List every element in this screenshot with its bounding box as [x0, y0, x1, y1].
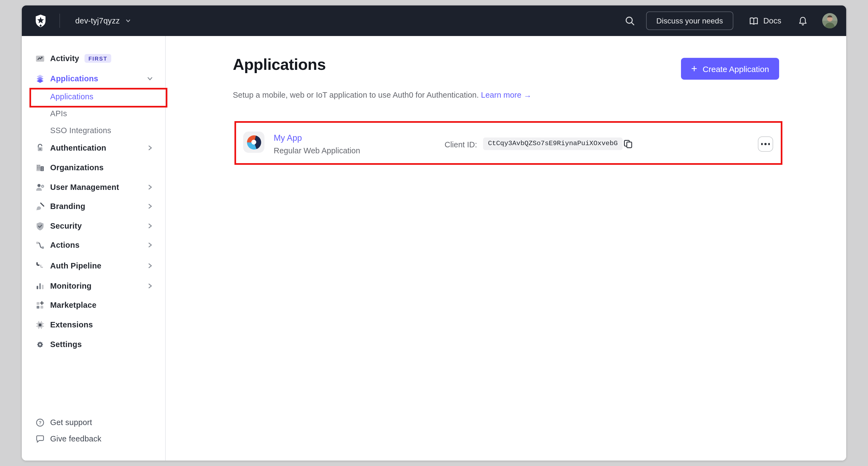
dot	[761, 143, 763, 145]
avatar-photo	[822, 13, 837, 28]
docs-label: Docs	[763, 17, 781, 25]
application-name-link[interactable]: My App	[274, 133, 302, 143]
sidebar-subitem-applications[interactable]: Applications	[22, 89, 165, 104]
subtitle-text: Setup a mobile, web or IoT application t…	[233, 91, 479, 99]
sidebar-item-security[interactable]: Security	[22, 218, 165, 234]
sidebar-item-extensions[interactable]: Extensions	[22, 317, 165, 332]
create-application-button[interactable]: + Create Application	[681, 58, 779, 80]
sidebar-subitem-apis[interactable]: APIs	[22, 106, 165, 121]
sidebar-item-label: Extensions	[50, 320, 93, 329]
donut-logo-icon	[247, 135, 261, 149]
sidebar-subitem-label: SSO Integrations	[50, 126, 111, 135]
gear-icon	[35, 339, 45, 349]
topbar: dev-tyj7qyzz Discuss your needs	[22, 5, 846, 36]
chevron-down-icon	[146, 75, 154, 82]
sidebar-item-label: Organizations	[50, 163, 103, 172]
chip-icon	[35, 319, 45, 330]
page-subtitle: Setup a mobile, web or IoT application t…	[233, 91, 532, 99]
page-title: Applications	[233, 56, 326, 74]
grid-plus-icon	[35, 300, 45, 310]
sidebar-item-label: Settings	[50, 340, 82, 349]
sidebar-item-organizations[interactable]: Organizations	[22, 160, 165, 175]
sidebar-item-applications[interactable]: Applications	[22, 71, 165, 86]
book-icon	[749, 16, 759, 26]
first-badge: FIRST	[85, 54, 111, 63]
bell-icon	[798, 16, 808, 26]
sidebar: Activity FIRST Applications	[22, 36, 166, 461]
sidebar-item-label: Authentication	[50, 144, 106, 152]
sidebar-item-branding[interactable]: Branding	[22, 199, 165, 214]
auth0-logo-icon[interactable]	[34, 13, 48, 28]
notifications-button[interactable]	[798, 16, 808, 26]
sidebar-subitem-label: Applications	[50, 92, 94, 101]
chevron-right-icon	[146, 262, 154, 269]
client-id-label: Client ID:	[406, 140, 477, 149]
sidebar-item-label: User Management	[50, 183, 119, 192]
sidebar-item-give-feedback[interactable]: Give feedback	[22, 431, 165, 446]
dot	[765, 143, 767, 145]
sidebar-subitem-sso-integrations[interactable]: SSO Integrations	[22, 123, 165, 138]
topbar-divider	[59, 13, 60, 28]
topbar-right: Discuss your needs Docs	[624, 11, 837, 30]
sidebar-item-label: Monitoring	[50, 282, 92, 290]
paintbrush-icon	[35, 201, 45, 211]
shell: Activity FIRST Applications	[22, 36, 846, 461]
pipeline-icon	[35, 261, 45, 271]
sidebar-item-label: Activity	[50, 54, 79, 63]
client-id-value: CtCqy3AvbQZSo7sE9RiynaPuiXOxvebG	[483, 138, 623, 150]
sidebar-item-label: Branding	[50, 202, 85, 211]
chevron-right-icon	[146, 282, 154, 290]
copy-icon	[623, 139, 633, 149]
layers-icon	[35, 74, 45, 84]
application-logo	[243, 132, 265, 153]
building-icon	[35, 162, 45, 173]
plus-icon: +	[691, 63, 697, 74]
create-application-label: Create Application	[703, 64, 769, 74]
screenshot-stage: dev-tyj7qyzz Discuss your needs	[0, 0, 868, 466]
sidebar-item-activity[interactable]: Activity FIRST	[22, 51, 165, 66]
chevron-down-icon	[125, 18, 131, 24]
bar-chart-icon	[35, 281, 45, 291]
speech-bubble-icon	[35, 434, 45, 444]
search-button[interactable]	[624, 15, 635, 26]
user-avatar[interactable]	[822, 13, 837, 28]
chevron-right-icon	[146, 183, 154, 191]
application-type: Regular Web Application	[274, 146, 360, 155]
sidebar-item-actions[interactable]: Actions	[22, 237, 165, 253]
sidebar-item-monitoring[interactable]: Monitoring	[22, 278, 165, 294]
svg-text:?: ?	[39, 420, 41, 425]
sidebar-item-label: Marketplace	[50, 301, 96, 310]
discuss-your-needs-button[interactable]: Discuss your needs	[646, 11, 733, 30]
shield-check-icon	[35, 221, 45, 231]
sidebar-item-marketplace[interactable]: Marketplace	[22, 297, 165, 313]
flow-icon	[35, 240, 45, 250]
docs-link[interactable]: Docs	[749, 16, 781, 26]
dot	[768, 143, 770, 145]
user-gear-icon	[35, 182, 45, 192]
sidebar-item-settings[interactable]: Settings	[22, 337, 165, 352]
learn-more-link[interactable]: Learn more →	[481, 91, 531, 99]
application-menu-button[interactable]	[758, 137, 773, 152]
sidebar-item-label: Actions	[50, 241, 80, 250]
sidebar-item-authentication[interactable]: Authentication	[22, 140, 165, 155]
chevron-right-icon	[146, 144, 154, 152]
chevron-right-icon	[146, 222, 154, 230]
activity-chart-icon	[35, 53, 45, 64]
main-content: Applications Setup a mobile, web or IoT …	[166, 36, 846, 461]
app-window: dev-tyj7qyzz Discuss your needs	[22, 5, 846, 461]
sidebar-item-user-management[interactable]: User Management	[22, 179, 165, 195]
chevron-right-icon	[146, 241, 154, 249]
lock-icon	[35, 143, 45, 153]
chevron-right-icon	[146, 202, 154, 210]
tenant-switcher[interactable]: dev-tyj7qyzz	[75, 17, 131, 25]
sidebar-item-auth-pipeline[interactable]: Auth Pipeline	[22, 258, 165, 273]
tenant-name: dev-tyj7qyzz	[75, 17, 120, 25]
sidebar-item-label: Give feedback	[50, 434, 101, 443]
copy-client-id-button[interactable]	[623, 139, 633, 149]
sidebar-subitem-label: APIs	[50, 109, 67, 118]
sidebar-item-label: Security	[50, 222, 82, 230]
sidebar-item-label: Get support	[50, 418, 92, 427]
sidebar-item-label: Applications	[50, 74, 98, 83]
sidebar-item-get-support[interactable]: ? Get support	[22, 415, 165, 430]
search-icon	[624, 15, 635, 26]
